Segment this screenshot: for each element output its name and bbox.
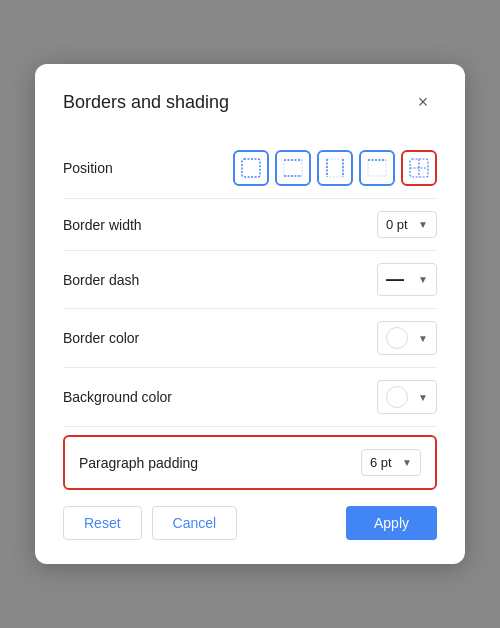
border-width-row: Border width 0 pt ▼ [63,199,437,251]
chevron-down-icon: ▼ [418,274,428,285]
position-left-right[interactable] [317,150,353,186]
border-color-swatch [386,327,408,349]
position-top-bottom[interactable] [275,150,311,186]
background-color-swatch [386,386,408,408]
border-dash-dropdown[interactable]: — ▼ [377,263,437,296]
svg-rect-8 [368,160,386,176]
border-color-control: ▼ [377,321,437,355]
paragraph-padding-dropdown[interactable]: 6 pt ▼ [361,449,421,476]
position-all-borders[interactable] [233,150,269,186]
chevron-down-icon: ▼ [418,333,428,344]
background-color-label: Background color [63,389,172,405]
position-icons [233,150,437,186]
reset-button[interactable]: Reset [63,506,142,540]
paragraph-padding-control: 6 pt ▼ [361,449,421,476]
dialog-title: Borders and shading [63,92,229,113]
svg-rect-6 [327,159,343,177]
border-dash-label: Border dash [63,272,139,288]
chevron-down-icon: ▼ [418,219,428,230]
paragraph-padding-label: Paragraph padding [79,455,198,471]
background-color-row: Background color ▼ [63,368,437,427]
border-width-value: 0 pt [386,217,408,232]
svg-rect-0 [242,159,260,177]
border-width-dropdown[interactable]: 0 pt ▼ [377,211,437,238]
close-icon: × [418,92,429,113]
paragraph-padding-value: 6 pt [370,455,392,470]
border-width-label: Border width [63,217,142,233]
border-width-control: 0 pt ▼ [377,211,437,238]
border-dash-control: — ▼ [377,263,437,296]
position-label: Position [63,160,113,176]
dialog-footer: Reset Cancel Apply [63,506,437,540]
chevron-down-icon: ▼ [418,392,428,403]
apply-button[interactable]: Apply [346,506,437,540]
border-dash-row: Border dash — ▼ [63,251,437,309]
svg-rect-3 [284,160,302,176]
cancel-button[interactable]: Cancel [152,506,238,540]
border-dash-value: — [386,269,404,290]
borders-shading-dialog: Borders and shading × Position [35,64,465,564]
close-button[interactable]: × [409,88,437,116]
position-row: Position [63,138,437,199]
background-color-control: ▼ [377,380,437,414]
border-color-dropdown[interactable]: ▼ [377,321,437,355]
border-color-label: Border color [63,330,139,346]
position-inner[interactable] [401,150,437,186]
position-top-only[interactable] [359,150,395,186]
dialog-header: Borders and shading × [63,88,437,116]
background-color-dropdown[interactable]: ▼ [377,380,437,414]
chevron-down-icon: ▼ [402,457,412,468]
border-color-row: Border color ▼ [63,309,437,368]
paragraph-padding-row: Paragraph padding 6 pt ▼ [63,435,437,490]
